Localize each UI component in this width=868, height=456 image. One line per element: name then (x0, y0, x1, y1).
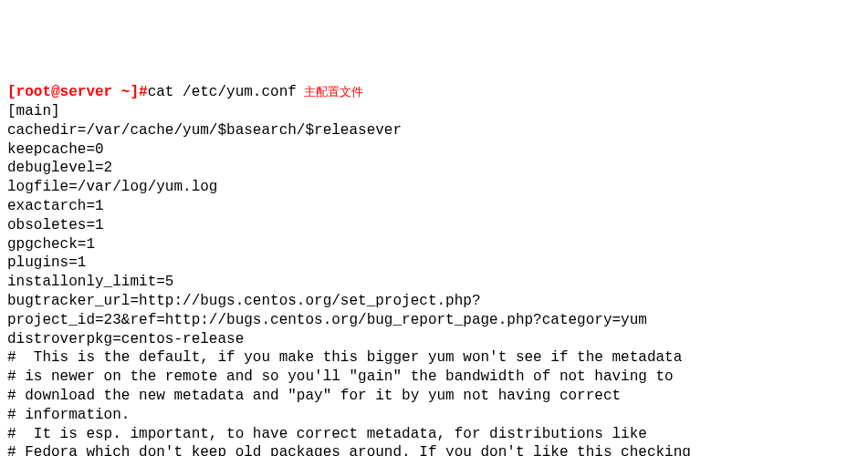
config-line: gpgcheck=1 (7, 235, 861, 254)
terminal-output: [root@server ~]#cat /etc/yum.conf主配置文件[m… (7, 83, 861, 456)
shell-prompt: [root@server ~]# (7, 84, 148, 100)
config-line: debuglevel=2 (7, 159, 861, 178)
comment-line: # is newer on the remote and so you'll "… (7, 368, 861, 387)
config-line: distroverpkg=centos-release (7, 330, 861, 349)
comment-line: # Fedora which don't keep old packages a… (7, 443, 861, 456)
prompt-line: [root@server ~]#cat /etc/yum.conf主配置文件 (7, 83, 861, 102)
comment-line: # information. (7, 406, 861, 425)
config-line: exactarch=1 (7, 197, 861, 216)
config-line: logfile=/var/log/yum.log (7, 178, 861, 197)
shell-command: cat /etc/yum.conf (148, 84, 297, 100)
config-line: installonly_limit=5 (7, 273, 861, 292)
config-line: obsoletes=1 (7, 216, 861, 235)
comment-line: # download the new metadata and "pay" fo… (7, 387, 861, 406)
config-line: [main] (7, 102, 861, 121)
comment-line: # It is esp. important, to have correct … (7, 425, 861, 444)
comment-line: # This is the default, if you make this … (7, 348, 861, 368)
file-annotation: 主配置文件 (304, 86, 363, 99)
config-line: cachedir=/var/cache/yum/$basearch/$relea… (7, 121, 861, 140)
config-line: keepcache=0 (7, 140, 861, 160)
config-line: bugtracker_url=http://bugs.centos.org/se… (7, 292, 861, 330)
config-line: plugins=1 (7, 254, 861, 273)
